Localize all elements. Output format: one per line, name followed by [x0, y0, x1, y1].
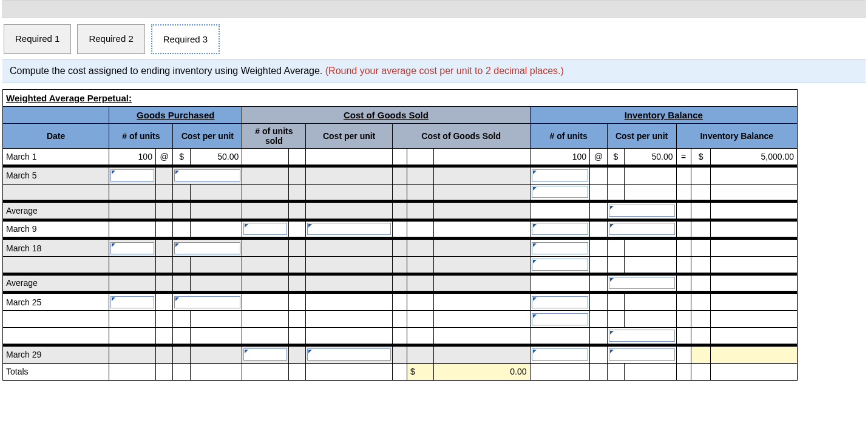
- cell-ib-at: @: [590, 149, 607, 166]
- input-cogs-units[interactable]: [243, 348, 287, 361]
- input-gp-units[interactable]: [110, 242, 154, 254]
- cell-ib-cpu: 50.00: [625, 149, 676, 166]
- col-cogs-units: # of units sold: [242, 124, 306, 149]
- input-ib-units[interactable]: [532, 169, 589, 182]
- row-march-9: March 9: [3, 221, 798, 238]
- input-ib-units[interactable]: [532, 186, 589, 198]
- input-ib-units[interactable]: [532, 259, 589, 271]
- cell-date: March 1: [3, 149, 109, 166]
- inventory-table: Weighted Average Perpetual: Goods Purcha…: [2, 89, 798, 381]
- cell-ib-eq: =: [676, 149, 691, 166]
- cell-date: March 5: [3, 167, 109, 184]
- row-march-5: March 5: [3, 167, 798, 184]
- input-cogs-cpu[interactable]: [307, 348, 390, 361]
- cell-gp-at: @: [155, 149, 172, 166]
- row-blank-2: [3, 257, 798, 274]
- top-bar: [2, 0, 866, 18]
- col-ib-cpu: Cost per unit: [607, 124, 676, 149]
- cell-gp-units: 100: [109, 149, 156, 166]
- col-date: Date: [3, 124, 109, 149]
- row-march-1: March 1 100 @ $ 50.00 100 @ $ 50.00 = $ …: [3, 149, 798, 166]
- cell-date: March 25: [3, 294, 109, 311]
- cell-date: March 18: [3, 240, 109, 257]
- cell-date: March 29: [3, 346, 109, 363]
- row-march-29: March 29: [3, 346, 798, 363]
- col-cogs-cpu: Cost per unit: [306, 124, 392, 149]
- group-cogs: Cost of Goods Sold: [242, 107, 530, 124]
- input-gp-units[interactable]: [110, 169, 154, 182]
- col-cogs: Cost of Goods Sold: [392, 124, 530, 149]
- input-ib-cpu[interactable]: [609, 330, 675, 342]
- row-average-1: Average: [3, 203, 798, 220]
- input-gp-cpu[interactable]: [174, 242, 240, 254]
- input-gp-units[interactable]: [110, 296, 154, 308]
- col-ib: Inventory Balance: [676, 124, 797, 149]
- cell-ib-bal: 5,000.00: [711, 149, 798, 166]
- input-ib-units[interactable]: [532, 242, 589, 254]
- row-march-18: March 18: [3, 240, 798, 257]
- input-cogs-cpu[interactable]: [307, 223, 390, 235]
- input-ib-units[interactable]: [532, 348, 589, 361]
- row-average-2: Average: [3, 275, 798, 292]
- input-ib-cpu[interactable]: [609, 277, 675, 289]
- tab-required-2[interactable]: Required 2: [77, 24, 144, 54]
- cell-date: Average: [3, 275, 109, 292]
- input-ib-cpu[interactable]: [609, 348, 675, 361]
- instruction-bar: Compute the cost assigned to ending inve…: [2, 59, 866, 83]
- cell-date: Average: [3, 203, 109, 220]
- cell-date: Totals: [3, 363, 109, 380]
- instruction-text: Compute the cost assigned to ending inve…: [10, 66, 325, 76]
- col-date-spacer: [3, 107, 109, 124]
- input-ib-units[interactable]: [532, 313, 589, 325]
- tabs: Required 1 Required 2 Required 3: [0, 24, 868, 54]
- row-blank-4: [3, 328, 798, 345]
- input-gp-cpu[interactable]: [174, 296, 240, 308]
- cell-ib-sym2: $: [691, 149, 711, 166]
- cell-gp-sym: $: [173, 149, 190, 166]
- row-blank-1: [3, 184, 798, 201]
- col-gp-units: # of units: [109, 124, 173, 149]
- input-ib-cpu[interactable]: [609, 205, 675, 217]
- col-ib-units: # of units: [530, 124, 607, 149]
- input-gp-cpu[interactable]: [174, 169, 240, 182]
- cell-cogs-sym: $: [407, 363, 433, 380]
- tab-required-1[interactable]: Required 1: [4, 24, 71, 54]
- cell-cogs-total: 0.00: [433, 363, 530, 380]
- tab-required-3[interactable]: Required 3: [151, 24, 220, 54]
- instruction-note: (Round your average cost per unit to 2 d…: [325, 66, 564, 76]
- row-march-25: March 25: [3, 294, 798, 311]
- row-blank-3: [3, 311, 798, 328]
- input-ib-cpu[interactable]: [609, 223, 675, 235]
- input-ib-units[interactable]: [532, 296, 589, 308]
- row-totals: Totals $ 0.00: [3, 363, 798, 380]
- table-title: Weighted Average Perpetual:: [3, 90, 798, 107]
- cell-ib-units: 100: [530, 149, 590, 166]
- cell-date: March 9: [3, 221, 109, 238]
- group-inventory-balance: Inventory Balance: [530, 107, 797, 124]
- input-ib-units[interactable]: [532, 223, 589, 235]
- group-goods-purchased: Goods Purchased: [109, 107, 242, 124]
- col-gp-cpu: Cost per unit: [173, 124, 242, 149]
- input-cogs-units[interactable]: [243, 223, 287, 235]
- cell-ib-sym: $: [607, 149, 624, 166]
- cell-gp-cpu: 50.00: [190, 149, 242, 166]
